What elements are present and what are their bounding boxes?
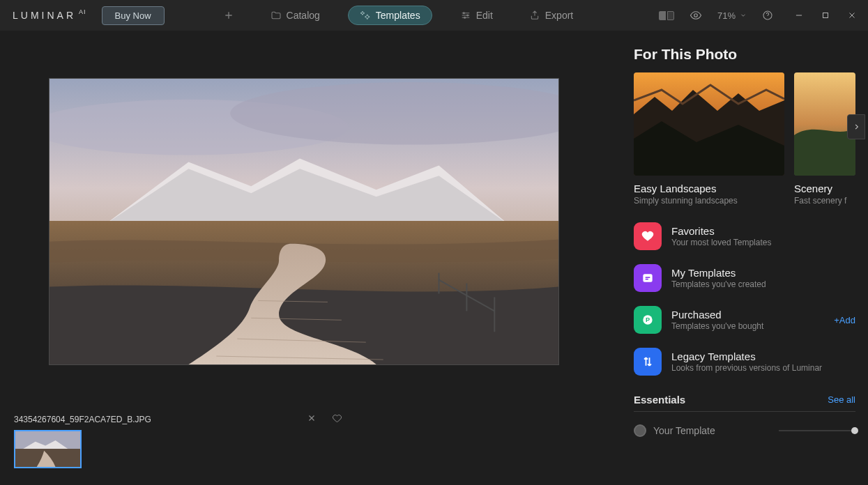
- chevron-down-icon: [740, 12, 747, 19]
- add-button[interactable]: [215, 6, 243, 24]
- sliders-icon: [460, 10, 471, 21]
- category-legacy[interactable]: Legacy Templates Looks from previous ver…: [634, 348, 855, 376]
- card-icon: [634, 264, 662, 292]
- category-desc: Templates you've created: [671, 279, 766, 289]
- category-title: My Templates: [671, 267, 766, 279]
- category-title: Favorites: [671, 225, 771, 237]
- collections-row: Easy Landscapes Simply stunning landscap…: [634, 72, 855, 206]
- help-icon[interactable]: [762, 10, 773, 21]
- collection-card-scenery[interactable]: Scenery Fast scenery f: [794, 72, 855, 206]
- favorite-icon[interactable]: [332, 413, 342, 424]
- collections-next-button[interactable]: [847, 114, 865, 139]
- top-bar: LUMINAR AI Buy Now Catalog Templates Edi…: [0, 0, 868, 31]
- folder-icon: [271, 10, 282, 21]
- collection-thumb: [634, 72, 784, 176]
- sparkle-icon: [360, 10, 371, 21]
- your-template-row: Your Template: [634, 424, 855, 437]
- category-purchased[interactable]: P Purchased Templates you've bought +Add: [634, 306, 855, 334]
- add-purchased-link[interactable]: +Add: [834, 315, 855, 325]
- collection-thumb: [794, 72, 855, 176]
- compare-toggle[interactable]: [659, 11, 674, 20]
- nav-templates[interactable]: Templates: [348, 6, 432, 25]
- category-desc: Looks from previous versions of Luminar: [671, 363, 822, 373]
- collection-desc: Fast scenery f: [794, 196, 855, 206]
- see-all-link[interactable]: See all: [828, 394, 855, 405]
- app-logo: LUMINAR AI: [13, 10, 86, 21]
- collection-card-easy-landscapes[interactable]: Easy Landscapes Simply stunning landscap…: [634, 72, 784, 206]
- thumbnail-selected[interactable]: [14, 430, 82, 468]
- templates-panel: For This Photo Easy Landscapes Simply st…: [625, 31, 868, 485]
- window-controls: [794, 10, 861, 20]
- canvas-column: 34354267604_59F2ACA7ED_B.JPG: [0, 31, 625, 485]
- arrows-icon: [634, 348, 662, 376]
- template-dot-icon[interactable]: [634, 424, 646, 437]
- svg-point-1: [466, 15, 468, 16]
- svg-point-2: [464, 17, 465, 18]
- svg-text:P: P: [646, 316, 650, 323]
- essentials-header: Essentials See all: [634, 394, 855, 412]
- buy-now-button[interactable]: Buy Now: [102, 6, 165, 25]
- heart-icon: [634, 222, 662, 250]
- file-actions: [307, 413, 342, 424]
- svg-point-0: [463, 13, 464, 14]
- collection-desc: Simply stunning landscapes: [634, 196, 784, 206]
- category-title: Legacy Templates: [671, 351, 822, 362]
- nav-catalog[interactable]: Catalog: [262, 6, 328, 24]
- category-desc: Your most loved Templates: [671, 238, 771, 247]
- category-my-templates[interactable]: My Templates Templates you've created: [634, 264, 855, 292]
- nav-templates-label: Templates: [376, 10, 420, 21]
- main-area: 34354267604_59F2ACA7ED_B.JPG For This Ph…: [0, 31, 868, 485]
- your-template-label: Your Template: [653, 425, 715, 436]
- app-logo-sup: AI: [79, 8, 86, 15]
- chevron-right-icon: [853, 121, 860, 133]
- zoom-value: 71%: [717, 10, 736, 21]
- close-button[interactable]: [847, 10, 857, 20]
- nav-edit-label: Edit: [476, 10, 493, 21]
- collection-name: Scenery: [794, 183, 855, 194]
- reject-icon[interactable]: [307, 413, 317, 423]
- collection-name: Easy Landscapes: [634, 183, 784, 194]
- essentials-title: Essentials: [634, 394, 685, 406]
- file-name-text: 34354267604_59F2ACA7ED_B.JPG: [14, 415, 151, 424]
- category-favorites[interactable]: Favorites Your most loved Templates: [634, 222, 855, 250]
- nav-export[interactable]: Export: [521, 6, 581, 24]
- eye-icon[interactable]: [690, 9, 702, 22]
- filmstrip: 34354267604_59F2ACA7ED_B.JPG: [14, 415, 625, 468]
- maximize-button[interactable]: [821, 10, 830, 20]
- category-title: Purchased: [671, 309, 763, 321]
- category-desc: Templates you've bought: [671, 321, 763, 331]
- export-icon: [529, 10, 540, 21]
- template-amount-slider[interactable]: [779, 430, 855, 431]
- photo-preview[interactable]: [49, 78, 559, 365]
- zoom-dropdown[interactable]: 71%: [717, 10, 747, 21]
- svg-rect-5: [823, 13, 828, 18]
- template-categories: Favorites Your most loved Templates My T…: [634, 222, 855, 376]
- minimize-button[interactable]: [794, 10, 804, 20]
- thumbnail-image: [15, 431, 80, 467]
- nav-export-label: Export: [545, 10, 573, 21]
- main-nav: Catalog Templates Edit Export: [215, 6, 582, 25]
- nav-catalog-label: Catalog: [287, 10, 320, 21]
- purchased-icon: P: [634, 306, 662, 334]
- nav-edit[interactable]: Edit: [452, 6, 501, 24]
- preview-image: [50, 79, 558, 364]
- app-logo-text: LUMINAR: [13, 10, 76, 21]
- panel-title: For This Photo: [634, 46, 855, 63]
- svg-point-3: [694, 14, 698, 17]
- plus-icon: [223, 10, 234, 21]
- current-file-name: 34354267604_59F2ACA7ED_B.JPG: [14, 415, 625, 424]
- toolbar-right: 71%: [659, 9, 861, 22]
